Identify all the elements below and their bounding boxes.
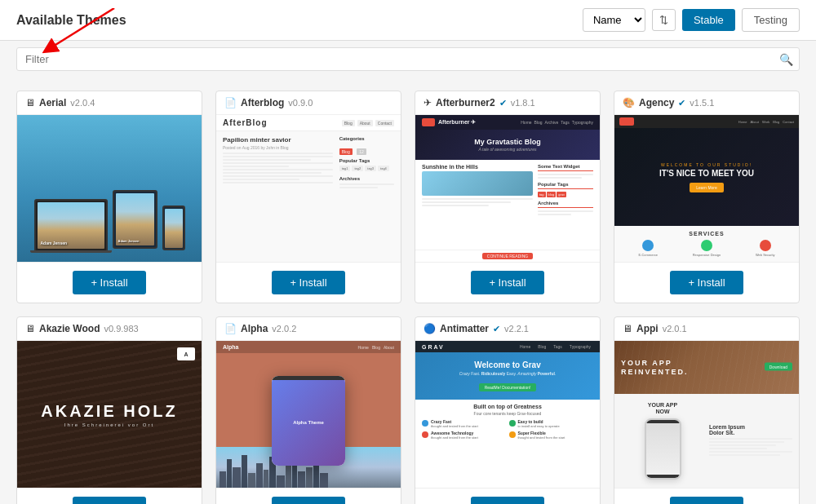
alpha-install-button[interactable]: + Install [272,497,344,504]
afterburner2-version: v1.8.1 [511,98,535,108]
sort-select[interactable]: Name Date Author [583,8,645,32]
appi-lorem-title: Lorem IpsumDolor Sit. [709,424,792,435]
afterblog-install-area: + Install [216,262,401,303]
afterblog-preview: AfterBlog Blog About Contact Papilion mi… [216,115,401,262]
theme-header-afterburner2: ✈ Afterburner2 ✔ v1.8.1 [415,91,600,115]
afterblog-icon: 📄 [224,97,237,108]
theme-card-aerial: 🖥 Aerial v2.0.4 Adam Jensen Adam Jensen [16,91,202,303]
theme-header-afterblog: 📄 Afterblog v0.9.0 [216,91,401,115]
akazie-wood-preview: A AKAZIE HOLZ Ihre Schreinerei vor Ort [17,341,202,488]
akazie-wood-hero-sub: Ihre Schreinerei vor Ort [41,422,177,427]
theme-card-akazie-wood: 🖥 Akazie Wood v0.9.983 A AKAZIE HOLZ Ihr… [16,316,202,504]
antimatter-version: v2.2.1 [504,324,529,334]
alpha-preview: Alpha Home Blog About [216,341,401,488]
theme-card-alpha: 📄 Alpha v2.0.2 Alpha Home Blog About [215,316,401,504]
appi-install-area: + Install [614,488,799,504]
akazie-wood-hero-title: AKAZIE HOLZ [41,402,177,420]
antimatter-verified-icon: ✔ [493,324,500,334]
appi-version: v2.0.1 [663,324,687,334]
alpha-version: v2.0.2 [272,324,296,334]
alpha-install-area: + Install [216,488,401,504]
agency-install-area: + Install [614,262,799,303]
afterburner2-preview: Afterburner ✈ Home Blog Archive Tags Typ… [415,115,600,262]
aerial-install-area: + Install [17,262,202,303]
agency-preview: Home About Work Blog Contact Welcome To … [614,115,799,262]
antimatter-preview: GRAV Home Blog Tags Typography Welcome t… [415,341,600,488]
agency-install-button[interactable]: + Install [670,271,743,294]
aerial-version: v2.0.4 [70,98,95,108]
tab-testing[interactable]: Testing [742,8,800,32]
akazie-wood-version: v0.9.983 [104,324,138,334]
akazie-wood-install-button[interactable]: + Install [73,497,145,504]
afterburner2-install-area: + Install [415,262,600,303]
search-icon: 🔍 [779,53,793,66]
aerial-install-button[interactable]: + Install [73,271,145,294]
alpha-icon: 📄 [224,323,237,334]
header-controls: Name Date Author ⇅ Stable Testing [583,8,800,32]
appi-preview: YOUR APPREINVENTED. Download YOUR APPNOW [614,341,799,488]
afterburner2-install-button[interactable]: + Install [471,271,543,294]
antimatter-name: Antimatter [440,323,489,334]
theme-card-afterburner2: ✈ Afterburner2 ✔ v1.8.1 Afterburner ✈ Ho… [415,91,601,303]
aerial-name: Aerial [39,97,66,108]
afterburner2-name: Afterburner2 [436,97,495,108]
agency-name: Agency [639,97,674,108]
filter-bar: 🔍 [0,41,816,77]
filter-input[interactable] [16,47,800,71]
appi-icon: 🖥 [623,323,632,334]
theme-card-afterblog: 📄 Afterblog v0.9.0 AfterBlog Blog About … [215,91,401,303]
afterblog-name: Afterblog [241,97,284,108]
tab-stable[interactable]: Stable [682,9,735,31]
alpha-name: Alpha [241,323,268,334]
aerial-icon: 🖥 [25,97,35,108]
theme-header-akazie-wood: 🖥 Akazie Wood v0.9.983 [17,317,202,341]
theme-card-agency: 🎨 Agency ✔ v1.5.1 Home About Work Blog C… [614,91,800,303]
afterburner2-verified-icon: ✔ [499,98,507,108]
aerial-preview: Adam Jensen Adam Jensen [17,115,202,262]
agency-verified-icon: ✔ [678,98,685,108]
akazie-wood-install-area: + Install [17,488,202,504]
antimatter-install-area: + Install [415,488,600,504]
theme-card-antimatter: 🔵 Antimatter ✔ v2.2.1 GRAV Home Blog Tag… [415,316,601,504]
appi-content-title: YOUR APPNOW [648,402,677,416]
theme-header-appi: 🖥 Appi v2.0.1 [614,317,799,341]
afterburner2-icon: ✈ [424,97,432,108]
theme-header-antimatter: 🔵 Antimatter ✔ v2.2.1 [415,317,600,341]
themes-grid: 🖥 Aerial v2.0.4 Adam Jensen Adam Jensen [0,77,816,504]
appi-hero-title: YOUR APPREINVENTED. [621,359,689,377]
agency-version: v1.5.1 [690,98,714,108]
appi-name: Appi [636,323,659,334]
afterblog-version: v0.9.0 [288,98,313,108]
sort-order-button[interactable]: ⇅ [652,9,676,31]
header: Available Themes Name Date Author ⇅ Stab… [0,0,816,41]
antimatter-icon: 🔵 [424,323,436,334]
theme-header-aerial: 🖥 Aerial v2.0.4 [17,91,202,115]
akazie-wood-name: Akazie Wood [39,323,100,334]
page-title: Available Themes [16,13,126,28]
antimatter-install-button[interactable]: + Install [471,497,543,504]
afterblog-install-button[interactable]: + Install [272,271,344,294]
theme-header-alpha: 📄 Alpha v2.0.2 [216,317,401,341]
agency-icon: 🎨 [623,97,635,108]
theme-header-agency: 🎨 Agency ✔ v1.5.1 [614,91,799,115]
theme-card-appi: 🖥 Appi v2.0.1 YOUR APPREINVENTED. Downlo… [614,316,800,504]
appi-install-button[interactable]: + Install [670,497,743,504]
akazie-wood-icon: 🖥 [25,323,35,334]
